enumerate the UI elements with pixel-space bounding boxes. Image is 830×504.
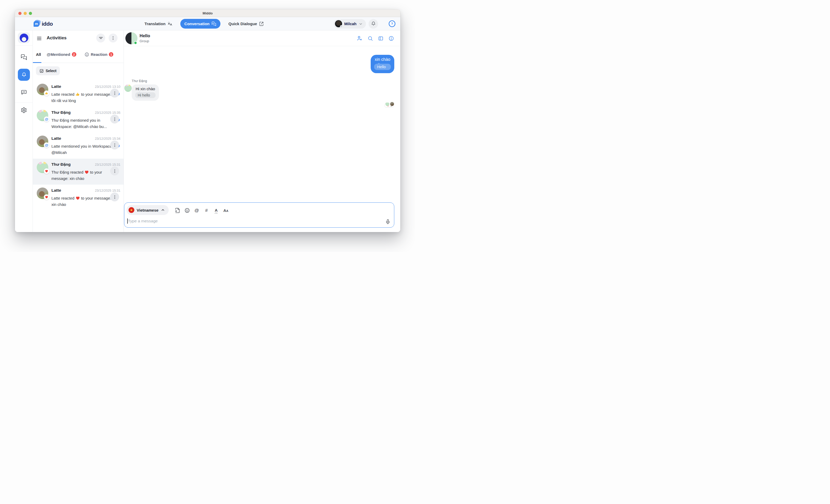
activity-more-button[interactable] xyxy=(110,89,119,98)
group-avatar[interactable] xyxy=(125,32,137,44)
spellcheck-button[interactable]: A xyxy=(213,207,219,213)
activity-avatar xyxy=(37,188,48,199)
format-icon: AA xyxy=(224,208,228,213)
select-button[interactable]: Select xyxy=(36,66,60,75)
language-selector[interactable]: ★ Vietnamese xyxy=(126,205,169,215)
activity-item[interactable]: @ Latte 23/12/2025 15:34 Latte mentioned… xyxy=(33,133,124,159)
user-avatar xyxy=(335,20,342,27)
help-button[interactable]: ? xyxy=(388,20,395,27)
activity-message: Latte reacted to your message: tôi rất v… xyxy=(52,91,116,104)
kebab-icon xyxy=(111,36,116,40)
chat-area: Hello Group xyxy=(124,30,400,232)
activity-item[interactable]: Latte 23/12/2025 15:31 Latte reacted to … xyxy=(33,184,124,210)
heart-emoji xyxy=(45,169,48,173)
activity-item[interactable]: Latte 23/12/2025 13:10 Latte reacted to … xyxy=(33,81,124,107)
hash-icon: # xyxy=(205,208,208,213)
activity-item[interactable]: Thư Đặng 23/12/2025 15:31 Thư Đặng react… xyxy=(33,159,124,184)
activity-more-button[interactable] xyxy=(110,140,119,149)
heart-emoji xyxy=(45,195,48,199)
activities-more-button[interactable] xyxy=(108,34,118,42)
outgoing-translation: Hello xyxy=(374,64,391,70)
activity-more-button[interactable] xyxy=(110,167,119,175)
outgoing-message-text: xin chào xyxy=(374,57,391,62)
tab-mentioned[interactable]: @Mentioned 2 xyxy=(47,46,76,63)
activity-timestamp: 23/12/2025 13:10 xyxy=(95,85,120,89)
incoming-sender-avatar[interactable] xyxy=(124,85,132,92)
activity-message: Thư Đặng mentioned you in Workspace: @Mi… xyxy=(52,117,116,130)
attach-file-button[interactable] xyxy=(174,207,180,213)
tab-all[interactable]: All xyxy=(36,46,41,63)
notifications-button[interactable] xyxy=(369,19,378,29)
gear-icon xyxy=(21,107,27,113)
outgoing-message[interactable]: xin chào Hello xyxy=(371,55,394,73)
activities-title: Activities xyxy=(47,35,67,41)
app-window: Middo m iddo Translation Conversation xyxy=(15,9,400,232)
chat-title: Hello xyxy=(139,33,150,38)
microphone-icon xyxy=(385,219,391,225)
activity-avatar xyxy=(37,83,48,95)
logo-icon: m xyxy=(34,20,41,28)
incoming-translation: Hi hello xyxy=(135,92,156,98)
activity-type-badge xyxy=(44,168,49,174)
user-name: Milcah xyxy=(344,22,356,26)
filter-button[interactable] xyxy=(96,34,105,42)
chat-actions xyxy=(357,30,394,46)
svg-text:?: ? xyxy=(391,22,393,26)
heart-emoji xyxy=(85,170,89,174)
voice-input-button[interactable] xyxy=(385,219,391,225)
mention-button[interactable]: @ xyxy=(194,207,200,213)
search-button[interactable] xyxy=(368,36,373,41)
rail-quick-messages-button[interactable] xyxy=(15,89,33,96)
alert-circle-icon xyxy=(388,36,394,41)
activity-sender-name: Thư Đặng xyxy=(52,162,70,167)
emoji-button[interactable] xyxy=(184,207,190,213)
incoming-message[interactable]: Hi xin chào Hi hello xyxy=(132,85,159,101)
chat-bubbles-icon xyxy=(21,54,27,60)
activity-sender-name: Thư Đặng xyxy=(52,110,70,115)
add-member-button[interactable] xyxy=(357,35,362,41)
message-input[interactable]: Type a message xyxy=(127,219,378,224)
rail-settings-button[interactable] xyxy=(15,107,33,113)
tab-conversation-label: Conversation xyxy=(184,22,210,26)
tab-translation[interactable]: Translation xyxy=(145,21,172,26)
rail-conversations-button[interactable] xyxy=(15,54,33,60)
nav-tabs: Translation Conversation Quick Dialogue xyxy=(145,17,264,30)
read-receipts xyxy=(385,102,394,106)
activity-timestamp: 23/12/2025 15:34 xyxy=(95,137,120,140)
online-status-dot xyxy=(134,41,137,44)
info-button[interactable] xyxy=(388,36,394,41)
activity-more-button[interactable] xyxy=(110,193,119,201)
kebab-icon xyxy=(113,169,117,173)
activity-type-badge xyxy=(44,91,49,96)
activity-more-button[interactable] xyxy=(110,114,119,124)
file-plus-icon xyxy=(175,208,180,213)
hashtag-button[interactable]: # xyxy=(203,207,209,213)
menu-button[interactable] xyxy=(36,36,42,41)
external-link-icon xyxy=(259,22,264,26)
tab-quick-dialogue[interactable]: Quick Dialogue xyxy=(228,22,264,26)
tab-mentioned-label: @Mentioned xyxy=(47,52,70,57)
heart-emoji xyxy=(75,196,80,200)
profile-avatar-button[interactable] xyxy=(18,32,30,43)
chevron-up-icon xyxy=(161,208,165,212)
bell-icon xyxy=(21,72,27,78)
icon-rail xyxy=(15,30,33,232)
split-view-button[interactable] xyxy=(378,36,384,41)
tab-conversation[interactable]: Conversation xyxy=(180,19,221,29)
activity-timestamp: 23/12/2025 15:35 xyxy=(95,111,120,114)
user-menu[interactable]: Milcah xyxy=(334,19,366,29)
composer-toolbar: @ # A AA xyxy=(174,207,229,213)
activity-item[interactable]: @ Thư Đặng 23/12/2025 15:35 Thư Đặng men… xyxy=(33,107,124,133)
top-nav: m iddo Translation Conversation Quick xyxy=(15,17,400,30)
rail-activities-button[interactable] xyxy=(18,69,30,81)
tab-reaction[interactable]: Reaction 1 xyxy=(85,46,113,63)
app-logo[interactable]: m iddo xyxy=(34,17,53,30)
columns-icon xyxy=(378,36,384,41)
conversation-icon xyxy=(212,22,216,26)
activity-timestamp: 23/12/2025 15:31 xyxy=(95,163,120,167)
active-tab-indicator xyxy=(33,62,41,63)
text-format-button[interactable]: AA xyxy=(223,207,229,213)
profile-avatar xyxy=(20,34,28,42)
activities-tabs: All @Mentioned 2 Reaction 1 xyxy=(33,46,124,63)
search-icon xyxy=(368,36,373,41)
